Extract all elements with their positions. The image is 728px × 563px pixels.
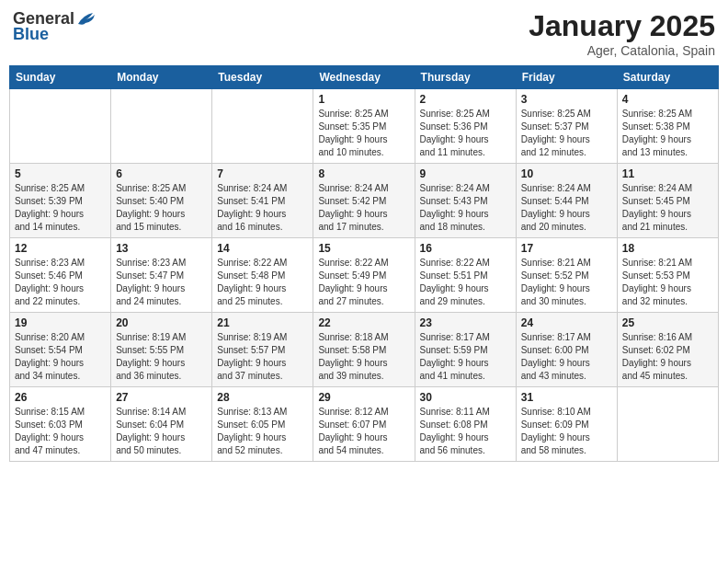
calendar-cell: 26Sunrise: 8:15 AM Sunset: 6:03 PM Dayli… bbox=[10, 387, 111, 462]
calendar-cell: 4Sunrise: 8:25 AM Sunset: 5:38 PM Daylig… bbox=[617, 89, 718, 164]
calendar-cell: 31Sunrise: 8:10 AM Sunset: 6:09 PM Dayli… bbox=[516, 387, 617, 462]
day-info: Sunrise: 8:19 AM Sunset: 5:57 PM Dayligh… bbox=[217, 331, 308, 383]
day-number: 1 bbox=[318, 93, 409, 106]
day-info: Sunrise: 8:11 AM Sunset: 6:08 PM Dayligh… bbox=[420, 406, 511, 457]
day-number: 19 bbox=[15, 316, 106, 329]
day-number: 9 bbox=[420, 167, 511, 180]
day-info: Sunrise: 8:14 AM Sunset: 6:04 PM Dayligh… bbox=[116, 406, 207, 457]
day-number: 28 bbox=[217, 391, 308, 404]
calendar-cell: 27Sunrise: 8:14 AM Sunset: 6:04 PM Dayli… bbox=[111, 387, 212, 462]
calendar-cell: 14Sunrise: 8:22 AM Sunset: 5:48 PM Dayli… bbox=[212, 238, 313, 313]
day-info: Sunrise: 8:24 AM Sunset: 5:44 PM Dayligh… bbox=[521, 182, 612, 234]
calendar-cell: 18Sunrise: 8:21 AM Sunset: 5:53 PM Dayli… bbox=[617, 238, 718, 313]
calendar-table: SundayMondayTuesdayWednesdayThursdayFrid… bbox=[9, 65, 719, 462]
day-number: 7 bbox=[217, 167, 308, 180]
day-info: Sunrise: 8:15 AM Sunset: 6:03 PM Dayligh… bbox=[15, 406, 106, 457]
calendar-cell bbox=[212, 89, 313, 164]
calendar-cell: 23Sunrise: 8:17 AM Sunset: 5:59 PM Dayli… bbox=[415, 313, 516, 387]
day-number: 2 bbox=[420, 93, 511, 106]
title-block: January 2025 Ager, Catalonia, Spain bbox=[529, 9, 715, 58]
day-number: 13 bbox=[116, 242, 207, 255]
day-info: Sunrise: 8:22 AM Sunset: 5:49 PM Dayligh… bbox=[318, 257, 409, 308]
day-number: 15 bbox=[318, 242, 409, 255]
calendar-cell: 22Sunrise: 8:18 AM Sunset: 5:58 PM Dayli… bbox=[313, 313, 415, 387]
day-number: 17 bbox=[521, 242, 612, 255]
calendar-cell: 16Sunrise: 8:22 AM Sunset: 5:51 PM Dayli… bbox=[415, 238, 516, 313]
day-number: 31 bbox=[521, 391, 612, 404]
calendar-cell: 28Sunrise: 8:13 AM Sunset: 6:05 PM Dayli… bbox=[212, 387, 313, 462]
calendar-cell: 20Sunrise: 8:19 AM Sunset: 5:55 PM Dayli… bbox=[111, 313, 212, 387]
day-info: Sunrise: 8:17 AM Sunset: 5:59 PM Dayligh… bbox=[420, 331, 511, 383]
day-info: Sunrise: 8:25 AM Sunset: 5:39 PM Dayligh… bbox=[15, 182, 106, 234]
day-info: Sunrise: 8:24 AM Sunset: 5:45 PM Dayligh… bbox=[622, 182, 713, 234]
day-number: 26 bbox=[15, 391, 106, 404]
calendar-week-2: 5Sunrise: 8:25 AM Sunset: 5:39 PM Daylig… bbox=[10, 164, 719, 238]
calendar-cell: 21Sunrise: 8:19 AM Sunset: 5:57 PM Dayli… bbox=[212, 313, 313, 387]
day-number: 16 bbox=[420, 242, 511, 255]
day-number: 30 bbox=[420, 391, 511, 404]
calendar-week-3: 12Sunrise: 8:23 AM Sunset: 5:46 PM Dayli… bbox=[10, 238, 719, 313]
calendar-cell: 5Sunrise: 8:25 AM Sunset: 5:39 PM Daylig… bbox=[10, 164, 111, 238]
calendar-cell bbox=[10, 89, 111, 164]
day-number: 25 bbox=[622, 316, 713, 329]
calendar-cell: 8Sunrise: 8:24 AM Sunset: 5:42 PM Daylig… bbox=[313, 164, 415, 238]
day-number: 12 bbox=[15, 242, 106, 255]
logo-blue-text: Blue bbox=[13, 25, 49, 44]
page-header: General Blue January 2025 Ager, Cataloni… bbox=[9, 9, 719, 58]
day-number: 14 bbox=[217, 242, 308, 255]
day-number: 3 bbox=[521, 93, 612, 106]
day-number: 11 bbox=[622, 167, 713, 180]
calendar-cell: 13Sunrise: 8:23 AM Sunset: 5:47 PM Dayli… bbox=[111, 238, 212, 313]
day-info: Sunrise: 8:17 AM Sunset: 6:00 PM Dayligh… bbox=[521, 331, 612, 383]
day-number: 4 bbox=[622, 93, 713, 106]
day-number: 27 bbox=[116, 391, 207, 404]
calendar-cell: 9Sunrise: 8:24 AM Sunset: 5:43 PM Daylig… bbox=[415, 164, 516, 238]
weekday-wednesday: Wednesday bbox=[313, 66, 415, 89]
day-info: Sunrise: 8:23 AM Sunset: 5:46 PM Dayligh… bbox=[15, 257, 106, 308]
day-info: Sunrise: 8:24 AM Sunset: 5:42 PM Dayligh… bbox=[318, 182, 409, 234]
day-number: 8 bbox=[318, 167, 409, 180]
calendar-cell bbox=[111, 89, 212, 164]
day-info: Sunrise: 8:22 AM Sunset: 5:51 PM Dayligh… bbox=[420, 257, 511, 308]
calendar-cell: 17Sunrise: 8:21 AM Sunset: 5:52 PM Dayli… bbox=[516, 238, 617, 313]
weekday-tuesday: Tuesday bbox=[212, 66, 313, 89]
calendar-cell: 10Sunrise: 8:24 AM Sunset: 5:44 PM Dayli… bbox=[516, 164, 617, 238]
calendar-cell: 6Sunrise: 8:25 AM Sunset: 5:40 PM Daylig… bbox=[111, 164, 212, 238]
day-number: 10 bbox=[521, 167, 612, 180]
weekday-sunday: Sunday bbox=[10, 66, 111, 89]
day-info: Sunrise: 8:22 AM Sunset: 5:48 PM Dayligh… bbox=[217, 257, 308, 308]
day-info: Sunrise: 8:24 AM Sunset: 5:43 PM Dayligh… bbox=[420, 182, 511, 234]
day-info: Sunrise: 8:25 AM Sunset: 5:36 PM Dayligh… bbox=[420, 108, 511, 159]
calendar-cell: 30Sunrise: 8:11 AM Sunset: 6:08 PM Dayli… bbox=[415, 387, 516, 462]
day-number: 18 bbox=[622, 242, 713, 255]
calendar-cell: 3Sunrise: 8:25 AM Sunset: 5:37 PM Daylig… bbox=[516, 89, 617, 164]
calendar-week-4: 19Sunrise: 8:20 AM Sunset: 5:54 PM Dayli… bbox=[10, 313, 719, 387]
calendar-cell: 24Sunrise: 8:17 AM Sunset: 6:00 PM Dayli… bbox=[516, 313, 617, 387]
calendar-cell: 12Sunrise: 8:23 AM Sunset: 5:46 PM Dayli… bbox=[10, 238, 111, 313]
day-number: 21 bbox=[217, 316, 308, 329]
weekday-monday: Monday bbox=[111, 66, 212, 89]
location: Ager, Catalonia, Spain bbox=[529, 43, 715, 58]
day-number: 23 bbox=[420, 316, 511, 329]
day-info: Sunrise: 8:19 AM Sunset: 5:55 PM Dayligh… bbox=[116, 331, 207, 383]
day-info: Sunrise: 8:25 AM Sunset: 5:38 PM Dayligh… bbox=[622, 108, 713, 159]
calendar-cell: 29Sunrise: 8:12 AM Sunset: 6:07 PM Dayli… bbox=[313, 387, 415, 462]
weekday-friday: Friday bbox=[516, 66, 617, 89]
day-info: Sunrise: 8:13 AM Sunset: 6:05 PM Dayligh… bbox=[217, 406, 308, 457]
calendar-cell: 2Sunrise: 8:25 AM Sunset: 5:36 PM Daylig… bbox=[415, 89, 516, 164]
day-info: Sunrise: 8:21 AM Sunset: 5:53 PM Dayligh… bbox=[622, 257, 713, 308]
month-title: January 2025 bbox=[529, 9, 715, 43]
day-info: Sunrise: 8:21 AM Sunset: 5:52 PM Dayligh… bbox=[521, 257, 612, 308]
day-number: 6 bbox=[116, 167, 207, 180]
day-info: Sunrise: 8:20 AM Sunset: 5:54 PM Dayligh… bbox=[15, 331, 106, 383]
day-info: Sunrise: 8:25 AM Sunset: 5:37 PM Dayligh… bbox=[521, 108, 612, 159]
day-info: Sunrise: 8:25 AM Sunset: 5:40 PM Dayligh… bbox=[116, 182, 207, 234]
calendar-week-1: 1Sunrise: 8:25 AM Sunset: 5:35 PM Daylig… bbox=[10, 89, 719, 164]
day-number: 24 bbox=[521, 316, 612, 329]
logo: General Blue bbox=[13, 9, 97, 44]
day-number: 29 bbox=[318, 391, 409, 404]
day-info: Sunrise: 8:12 AM Sunset: 6:07 PM Dayligh… bbox=[318, 406, 409, 457]
weekday-thursday: Thursday bbox=[415, 66, 516, 89]
day-number: 20 bbox=[116, 316, 207, 329]
calendar-cell: 15Sunrise: 8:22 AM Sunset: 5:49 PM Dayli… bbox=[313, 238, 415, 313]
